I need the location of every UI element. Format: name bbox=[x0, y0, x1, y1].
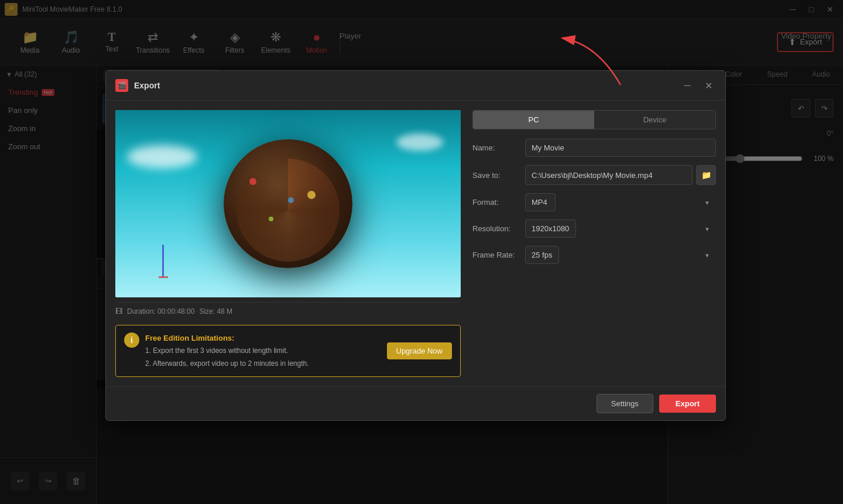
save-to-input[interactable] bbox=[525, 165, 693, 185]
limitation-line2: 2. Afterwards, export video up to 2 minu… bbox=[145, 358, 375, 371]
frame-rate-field: Frame Rate: 25 fps 30 fps 60 fps 24 fps bbox=[472, 246, 716, 264]
preview-planet bbox=[224, 139, 352, 268]
dialog-header: 🎬 Export ─ ✕ bbox=[106, 71, 725, 101]
format-select[interactable]: MP4 MOV AVI MKV bbox=[525, 193, 556, 211]
dialog-preview: 🎞 Duration: 00:00:48:00 Size: 48 M i Fre… bbox=[115, 110, 461, 377]
dialog-overlay: 🎬 Export ─ ✕ bbox=[0, 0, 843, 504]
dialog-icon: 🎬 bbox=[115, 79, 128, 92]
name-label: Name: bbox=[472, 143, 525, 152]
format-label: Format: bbox=[472, 198, 525, 207]
save-to-field: Save to: 📁 bbox=[472, 165, 716, 185]
export-confirm-button[interactable]: Export bbox=[659, 395, 716, 413]
planet-texture bbox=[237, 159, 340, 262]
tab-device[interactable]: Device bbox=[594, 111, 715, 129]
dialog-icon-symbol: 🎬 bbox=[118, 81, 126, 90]
dialog-footer: Settings Export bbox=[106, 386, 725, 420]
frame-rate-label: Frame Rate: bbox=[472, 251, 525, 259]
planet-obj1 bbox=[249, 178, 256, 185]
save-to-input-group: 📁 bbox=[525, 165, 716, 185]
preview-deco1 bbox=[162, 245, 164, 277]
frame-rate-select-wrapper: 25 fps 30 fps 60 fps 24 fps bbox=[525, 246, 716, 264]
format-field: Format: MP4 MOV AVI MKV bbox=[472, 193, 716, 211]
planet-obj4 bbox=[307, 191, 316, 199]
frame-rate-select[interactable]: 25 fps 30 fps 60 fps 24 fps bbox=[525, 246, 559, 264]
dialog-form: PC Device Name: Save to: 📁 bbox=[472, 110, 716, 377]
size-label: Size: 48 M bbox=[199, 307, 232, 316]
upgrade-now-button[interactable]: Upgrade Now bbox=[387, 342, 453, 359]
limitation-line1: 1. Export the first 3 videos without len… bbox=[145, 345, 375, 358]
dialog-close-btn[interactable]: ✕ bbox=[701, 78, 716, 93]
preview-deco2 bbox=[159, 276, 168, 278]
dialog-minimize-btn[interactable]: ─ bbox=[680, 78, 695, 93]
save-to-label: Save to: bbox=[472, 171, 525, 180]
export-dialog: 🎬 Export ─ ✕ bbox=[105, 70, 726, 421]
dialog-meta: 🎞 Duration: 00:00:48:00 Size: 48 M bbox=[115, 302, 461, 320]
planet-obj3 bbox=[269, 217, 273, 221]
dialog-body: 🎞 Duration: 00:00:48:00 Size: 48 M i Fre… bbox=[106, 101, 725, 386]
duration-label: Duration: 00:00:48:00 bbox=[127, 307, 194, 316]
resolution-label: Resolution: bbox=[472, 224, 525, 233]
info-icon: i bbox=[124, 332, 139, 348]
resolution-select[interactable]: 1920x1080 1280x720 3840x2160 bbox=[525, 220, 576, 238]
cloud2 bbox=[396, 133, 443, 151]
film-icon: 🎞 bbox=[115, 307, 122, 316]
tab-pc[interactable]: PC bbox=[473, 111, 594, 129]
browse-button[interactable]: 📁 bbox=[696, 165, 716, 185]
limitations-text: Free Edition Limitations: 1. Export the … bbox=[145, 331, 375, 371]
name-field: Name: bbox=[472, 139, 716, 157]
cloud1 bbox=[127, 145, 197, 169]
resolution-field: Resolution: 1920x1080 1280x720 3840x2160 bbox=[472, 220, 716, 238]
settings-button[interactable]: Settings bbox=[597, 394, 653, 413]
dialog-preview-image bbox=[115, 110, 461, 297]
limitations-title: Free Edition Limitations: bbox=[145, 331, 375, 345]
limitations-box: i Free Edition Limitations: 1. Export th… bbox=[115, 325, 461, 377]
platform-tabs: PC Device bbox=[472, 110, 716, 129]
dialog-title: Export bbox=[134, 81, 674, 90]
resolution-select-wrapper: 1920x1080 1280x720 3840x2160 bbox=[525, 220, 716, 238]
format-select-wrapper: MP4 MOV AVI MKV bbox=[525, 193, 716, 211]
planet-obj2 bbox=[288, 197, 294, 203]
preview-planet-sphere bbox=[224, 139, 352, 268]
name-input[interactable] bbox=[525, 139, 716, 157]
